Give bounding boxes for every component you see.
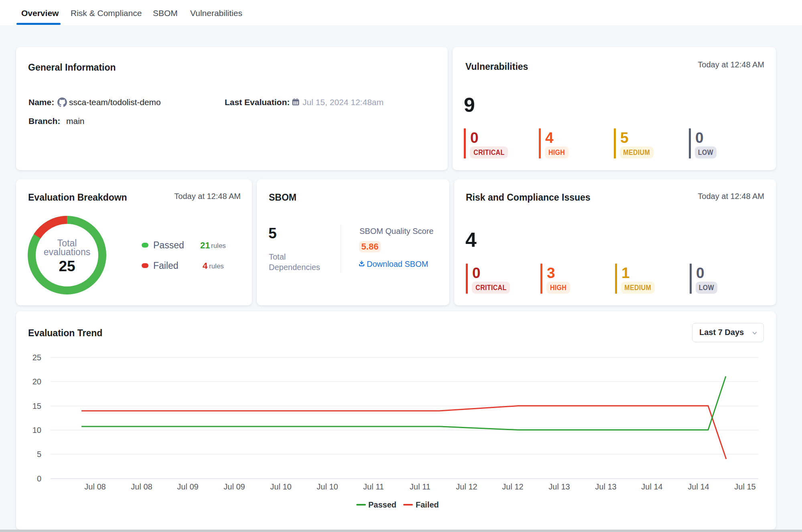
svg-text:Jul 09: Jul 09 bbox=[223, 482, 245, 491]
svg-text:Jul 08: Jul 08 bbox=[84, 482, 106, 491]
svg-text:Jul 11: Jul 11 bbox=[410, 482, 430, 491]
svg-text:25: 25 bbox=[32, 353, 41, 362]
svg-text:Jul 10: Jul 10 bbox=[317, 482, 338, 491]
svg-text:5: 5 bbox=[37, 450, 41, 459]
svg-text:Jul 08: Jul 08 bbox=[131, 482, 152, 491]
svg-text:Jul 14: Jul 14 bbox=[641, 482, 662, 491]
svg-text:20: 20 bbox=[32, 377, 41, 386]
svg-text:Jul 14: Jul 14 bbox=[688, 482, 709, 491]
svg-text:Jul 10: Jul 10 bbox=[270, 482, 291, 491]
svg-text:Jul 15: Jul 15 bbox=[734, 482, 755, 491]
svg-text:Jul 11: Jul 11 bbox=[363, 482, 384, 491]
svg-text:10: 10 bbox=[32, 426, 41, 435]
svg-text:Jul 12: Jul 12 bbox=[502, 482, 523, 491]
svg-text:Jul 13: Jul 13 bbox=[595, 482, 616, 491]
svg-text:Jul 13: Jul 13 bbox=[548, 482, 570, 491]
svg-text:Jul 09: Jul 09 bbox=[177, 482, 198, 491]
svg-text:Passed: Passed bbox=[368, 500, 396, 509]
svg-text:Failed: Failed bbox=[416, 500, 439, 509]
svg-text:15: 15 bbox=[32, 402, 41, 410]
svg-text:0: 0 bbox=[37, 474, 41, 483]
svg-text:Jul 12: Jul 12 bbox=[456, 482, 477, 491]
